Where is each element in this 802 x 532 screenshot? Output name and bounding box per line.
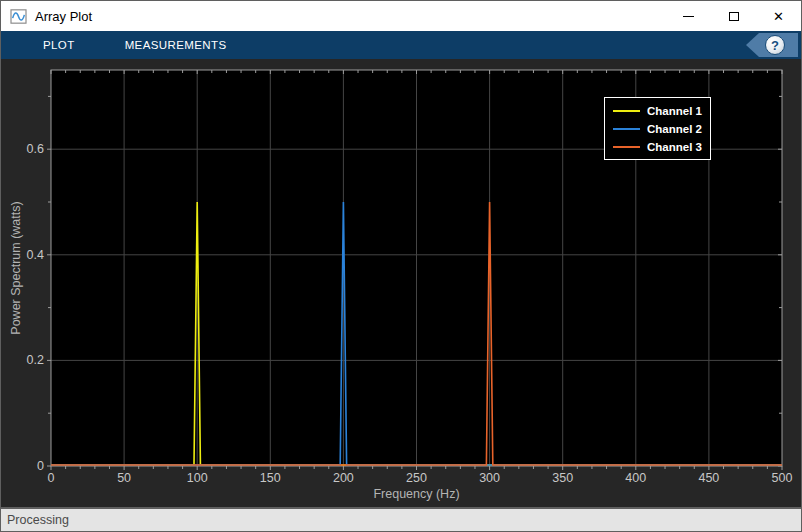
y-tick-label: 0.2 [4,353,44,367]
x-tick-label: 0 [48,471,55,485]
minimize-icon [683,16,694,17]
legend-row: Channel 3 [613,139,702,154]
x-tick-label: 350 [552,471,573,485]
tab-measurements[interactable]: MEASUREMENTS [125,39,227,51]
y-axis-label: Power Spectrum (watts) [9,201,23,334]
ribbon-collapse-arrow[interactable]: ? [746,33,798,57]
legend-swatch [613,128,640,130]
x-tick-label: 450 [698,471,719,485]
minimize-button[interactable] [666,1,711,31]
x-tick-label: 250 [406,471,427,485]
app-icon [10,9,27,24]
legend-swatch [613,146,640,148]
y-tick-label: 0.6 [4,142,44,156]
x-tick-label: 200 [333,471,354,485]
x-axis-label: Frequency (Hz) [373,487,459,501]
legend-swatch [613,110,640,112]
x-tick-label: 100 [187,471,208,485]
x-tick-label: 150 [260,471,281,485]
close-icon: ✕ [773,10,784,23]
help-button[interactable]: ? [765,35,785,55]
x-tick-label: 500 [772,471,793,485]
legend-label: Channel 2 [647,123,702,135]
maximize-button[interactable] [711,1,756,31]
x-tick-label: 300 [479,471,500,485]
legend-row: Channel 1 [613,103,702,118]
legend-label: Channel 3 [647,141,702,153]
y-tick-label: 0 [4,459,44,473]
figure-area: 05010015020025030035040045050000.20.40.6… [1,59,801,507]
legend-row: Channel 2 [613,121,702,136]
toolbar: PLOT MEASUREMENTS ? [1,31,801,59]
x-tick-label: 50 [117,471,131,485]
title-bar: Array Plot ✕ [1,1,801,31]
legend-label: Channel 1 [647,105,702,117]
status-text: Processing [7,513,69,527]
close-button[interactable]: ✕ [756,1,801,31]
window-controls: ✕ [666,1,801,31]
x-tick-label: 400 [625,471,646,485]
window-title: Array Plot [35,9,92,24]
status-bar: Processing [1,507,801,531]
legend[interactable]: Channel 1Channel 2Channel 3 [604,97,711,160]
tab-plot[interactable]: PLOT [43,39,75,51]
maximize-icon [729,12,739,21]
array-plot-window: Array Plot ✕ PLOT MEASUREMENTS ? 0501001… [0,0,802,532]
